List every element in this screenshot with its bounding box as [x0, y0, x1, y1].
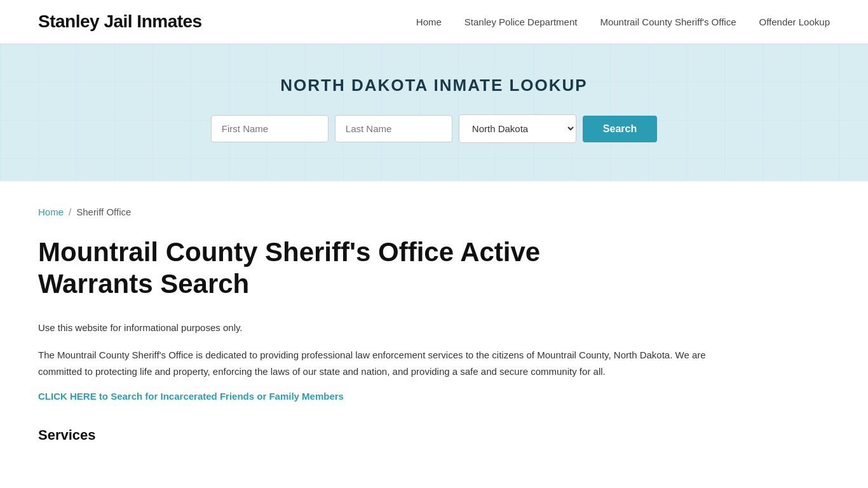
first-name-input[interactable]	[211, 115, 329, 142]
search-button[interactable]: Search	[583, 116, 657, 142]
site-header: Stanley Jail Inmates Home Stanley Police…	[0, 0, 868, 44]
state-select[interactable]: AlabamaAlaskaArizonaArkansasCaliforniaCo…	[459, 114, 576, 143]
site-title: Stanley Jail Inmates	[38, 11, 202, 32]
paragraph-2: The Mountrail County Sheriff's Office is…	[38, 347, 737, 379]
nav-home[interactable]: Home	[416, 17, 442, 27]
nav-offender-lookup[interactable]: Offender Lookup	[759, 17, 830, 27]
paragraph-1: Use this website for informational purpo…	[38, 320, 737, 336]
cta-search-link[interactable]: CLICK HERE to Search for Incarcerated Fr…	[38, 391, 344, 402]
page-title: Mountrail County Sheriff's Office Active…	[38, 236, 610, 301]
hero-title: NORTH DAKOTA INMATE LOOKUP	[13, 76, 855, 95]
services-heading: Services	[38, 427, 830, 444]
nav-stanley-police[interactable]: Stanley Police Department	[465, 17, 578, 27]
search-form: AlabamaAlaskaArizonaArkansasCaliforniaCo…	[13, 114, 855, 143]
breadcrumb-separator: /	[69, 207, 71, 217]
last-name-input[interactable]	[335, 115, 452, 142]
main-nav: Home Stanley Police Department Mountrail…	[416, 17, 830, 27]
main-content: Home / Sheriff Office Mountrail County S…	[0, 181, 868, 482]
hero-section: NORTH DAKOTA INMATE LOOKUP AlabamaAlaska…	[0, 44, 868, 181]
breadcrumb-current: Sheriff Office	[76, 207, 131, 217]
breadcrumb: Home / Sheriff Office	[38, 207, 830, 217]
nav-sheriff-office[interactable]: Mountrail County Sheriff's Office	[600, 17, 736, 27]
breadcrumb-home[interactable]: Home	[38, 207, 64, 217]
